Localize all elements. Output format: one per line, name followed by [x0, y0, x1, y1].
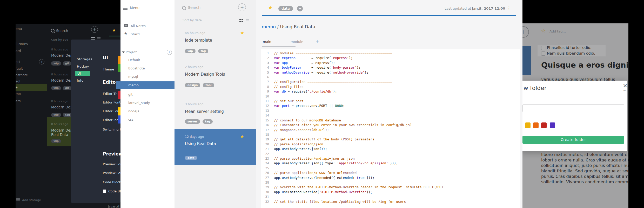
close-icon[interactable]: × — [623, 82, 627, 89]
menu-icon[interactable] — [123, 7, 128, 7]
star-icon[interactable]: ★ — [112, 27, 116, 33]
tag-pill[interactable]: tool — [203, 83, 214, 87]
note-title[interactable]: Modern Des — [51, 105, 72, 109]
dark-folder-selected-row[interactable] — [16, 84, 47, 91]
settings-nav-ui-active[interactable]: UI — [75, 71, 90, 76]
tag-pill[interactable]: wip — [185, 49, 196, 53]
sidebar-folder-default[interactable]: Default — [128, 58, 140, 62]
star-icon[interactable]: ★ — [240, 30, 244, 35]
star-icon[interactable]: ★ — [240, 134, 244, 139]
note-card-selected[interactable]: 12 days ago ★ Using Real Data data — [175, 129, 256, 165]
note-card[interactable]: 2 hours ago Modern Design Tools designto… — [175, 60, 256, 94]
settings-nav-storages[interactable]: Storages — [77, 57, 92, 61]
dark-add-folder-button[interactable]: + — [39, 59, 44, 64]
dark-sidebar-item-all-notes[interactable]: ll Notes — [16, 42, 28, 46]
dark-sort-label[interactable]: Sort by xxx — [51, 38, 68, 42]
folder-color-swatch[interactable] — [550, 122, 555, 128]
folder-color-swatch[interactable] — [533, 122, 539, 128]
sidebar-folder-mysql[interactable]: mysql — [128, 75, 138, 79]
dark-search-input[interactable]: Search — [56, 29, 68, 33]
settings-editor-heading: Editor — [103, 80, 118, 85]
breadcrumb-title: Using Real Data — [280, 24, 316, 29]
settings-theme-label: Theme — [103, 67, 114, 71]
settings-checkbox[interactable] — [103, 190, 106, 193]
dark-folder[interactable]: sql — [16, 79, 20, 83]
sidebar-folder-boostnote[interactable]: Boostnote — [128, 66, 145, 70]
tag-pill[interactable]: tag — [203, 119, 213, 124]
dark-folder[interactable]: ostnote — [16, 73, 28, 77]
add-folder-button[interactable]: + — [167, 50, 172, 55]
grid-view-icon[interactable] — [239, 19, 241, 20]
folder-name-input[interactable] — [522, 104, 624, 112]
tag-pill[interactable]: wip — [51, 61, 61, 66]
note-card[interactable]: 3 hours ago Mean server setting serverta… — [175, 97, 256, 129]
sidebar-folder-css[interactable]: css — [128, 118, 133, 121]
dark-folder[interactable]: ers — [16, 99, 21, 103]
sidebar-folder-memo-selected[interactable]: memo — [116, 81, 175, 89]
sidebar-folder-laravel-study[interactable]: laravel_study — [128, 101, 150, 105]
note-title: Using Real Data — [185, 141, 216, 146]
settings-nav-hotkey[interactable]: Hotkey — [77, 64, 89, 68]
sidebar: Menu All Notes ★ Stard Project + Default… — [120, 0, 175, 208]
note-time: 8 hours ago — [51, 100, 68, 103]
more-options-icon[interactable]: ⋮ — [507, 5, 511, 11]
tag-pill[interactable]: git — [63, 61, 71, 66]
tag-pill[interactable]: wip — [51, 139, 61, 143]
search-input[interactable]: Search — [188, 5, 200, 10]
add-storage-icon — [16, 198, 20, 199]
tab-main-active[interactable]: main — [263, 40, 271, 44]
dark-project-label[interactable]: ect — [16, 60, 20, 64]
tab-module[interactable]: module — [291, 40, 303, 44]
note-time: an hours ago — [185, 31, 205, 35]
note-tags: wipgit — [51, 85, 73, 90]
dark-new-note-button[interactable]: + — [91, 26, 98, 33]
add-tag-button[interactable]: + — [297, 6, 303, 11]
tag-pill[interactable]: wip — [51, 113, 61, 117]
note-title: Jade template — [185, 38, 212, 43]
search-icon — [182, 6, 186, 10]
new-note-button[interactable]: + — [238, 3, 246, 11]
add-storage-button[interactable]: Add storage — [22, 198, 41, 202]
sidebar-item-all-notes[interactable]: All Notes — [131, 24, 146, 28]
note-title[interactable]: Modern Des — [51, 78, 72, 82]
tag-pill[interactable]: tag — [198, 49, 209, 53]
note-tag-pill[interactable]: data — [278, 6, 293, 11]
note-list-panel: Search + Sort by date an hours ago ★ Jad… — [175, 0, 256, 208]
note-card[interactable]: an hours ago ★ Jade template wiptag — [175, 26, 256, 59]
dark-sidebar-item-starred[interactable]: ard — [16, 49, 21, 53]
sidebar-folder-git[interactable]: git — [128, 93, 132, 96]
list-view-icon[interactable] — [97, 37, 100, 38]
folder-color-swatch[interactable] — [541, 122, 547, 128]
sidebar-project-label[interactable]: Project — [126, 50, 137, 54]
settings-nav-info[interactable]: Info — [77, 79, 84, 82]
note-time: 3 hours ago — [185, 102, 203, 106]
note-title[interactable]: Modern Des — [51, 53, 72, 57]
tag-pill[interactable]: data — [185, 156, 197, 160]
create-folder-button[interactable]: Create folder — [522, 136, 624, 144]
settings-preview-heading: Preview — [103, 151, 121, 157]
note-tags: wipgit — [51, 60, 73, 66]
last-updated-label: Last updated at — [445, 6, 471, 10]
folder-color-swatch[interactable] — [525, 122, 531, 128]
dark-folder[interactable]: mo — [16, 92, 21, 96]
sidebar-item-starred[interactable]: Stard — [131, 32, 140, 36]
menu-button[interactable]: Menu — [130, 6, 139, 10]
note-time: 8 hours ago — [51, 48, 68, 51]
code-editor[interactable]: 1// modules ============================… — [261, 49, 520, 208]
tag-pill[interactable]: git — [63, 86, 71, 90]
list-view-icon[interactable] — [246, 19, 249, 20]
star-toggle-icon[interactable]: ★ — [268, 4, 273, 11]
grid-view-icon[interactable] — [91, 37, 93, 38]
tag-pill[interactable]: server — [185, 119, 200, 124]
star-icon: ★ — [124, 31, 127, 36]
tag-pill[interactable]: wip — [51, 86, 61, 90]
dark-folder[interactable]: fault — [16, 67, 23, 70]
sidebar-folder-nodejs[interactable]: nodeJs — [128, 109, 139, 113]
divider — [71, 52, 121, 52]
new-tab-button[interactable]: + — [316, 39, 319, 44]
divider — [182, 59, 249, 59]
tag-pill[interactable]: design — [185, 83, 200, 87]
breadcrumb-folder[interactable]: memo — [262, 24, 276, 29]
chevron-down-icon[interactable] — [122, 51, 125, 53]
sort-by-dropdown[interactable]: Sort by date — [183, 18, 202, 22]
